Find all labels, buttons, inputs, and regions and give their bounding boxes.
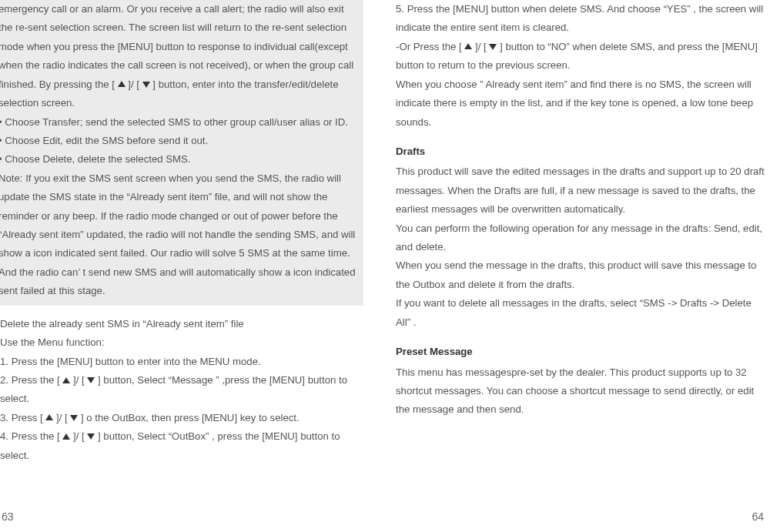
step-2: 2. Press the [ ]/ [ ] button, Select “Me… xyxy=(0,371,363,409)
subheading-delete-sent: Delete the already sent SMS in “Already … xyxy=(0,315,363,333)
drafts-p3: When you send the message in the drafts,… xyxy=(396,256,765,294)
down-arrow-icon xyxy=(489,44,497,50)
left-page: emergency call or an alarm. Or you recei… xyxy=(0,0,385,532)
step-2-text-b: ]/ [ xyxy=(70,374,87,386)
step-3-text-b: ]/ [ xyxy=(53,412,70,423)
step-4-text-b: ]/ [ xyxy=(70,430,87,442)
up-arrow-icon xyxy=(45,414,53,420)
step-2-text-a: 2. Press the [ xyxy=(0,374,62,386)
page-number-left: 63 xyxy=(2,507,14,527)
down-arrow-icon xyxy=(70,415,78,421)
page-number-right: 64 xyxy=(752,507,764,527)
bullet-delete: • Choose Delete, delete the selected SMS… xyxy=(0,150,360,169)
up-arrow-icon xyxy=(62,433,70,440)
right-page: 5. Press the [MENU] button when delete S… xyxy=(385,0,770,532)
drafts-p4: If you want to delete all messages in th… xyxy=(396,294,765,332)
step-5-or: -Or Press the [ ]/ [ ] button to “NO” wh… xyxy=(396,38,765,75)
up-arrow-icon xyxy=(464,43,472,49)
manual-spread: emergency call or an alarm. Or you recei… xyxy=(0,0,770,532)
step-4: 4. Press the [ ]/ [ ] button, Select “Ou… xyxy=(0,427,363,465)
step-3-text-a: 3. Press [ xyxy=(0,412,45,423)
note: Note: If you exit the SMS sent screen wh… xyxy=(0,169,360,301)
bullet-edit: • Choose Edit, edit the SMS before send … xyxy=(0,132,360,150)
drafts-p2: You can perform the following operation … xyxy=(396,219,765,257)
drafts-p1: This product will save the edited messag… xyxy=(396,162,765,219)
down-arrow-icon xyxy=(87,377,95,383)
highlight-block: emergency call or an alarm. Or you recei… xyxy=(0,0,363,306)
drafts-heading: Drafts xyxy=(396,142,765,161)
up-arrow-icon xyxy=(62,377,70,383)
preset-message-heading: Preset Message xyxy=(396,343,765,361)
step-3: 3. Press [ ]/ [ ] o the OutBox, then pre… xyxy=(0,409,363,427)
step-5b-text-b: ]/ [ xyxy=(472,41,489,52)
step-4-text-a: 4. Press the [ xyxy=(0,430,62,442)
paragraph: emergency call or an alarm. Or you recei… xyxy=(0,0,360,113)
bullet-transfer: • Choose Transfer; send the selected SMS… xyxy=(0,113,360,132)
step-3-text-c: ] o the OutBox, then press [MENU] key to… xyxy=(78,412,299,423)
step-1: 1. Press the [MENU] button to enter into… xyxy=(0,353,363,371)
step-5-note: When you choose ” Already sent item” and… xyxy=(396,75,765,132)
down-arrow-icon xyxy=(87,433,95,440)
preset-message-p: This menu has messagespre-set by the dea… xyxy=(396,363,765,420)
step-5b-text-a: -Or Press the [ xyxy=(396,41,464,52)
use-menu-label: Use the Menu function: xyxy=(0,333,363,352)
step-5: 5. Press the [MENU] button when delete S… xyxy=(396,0,765,38)
